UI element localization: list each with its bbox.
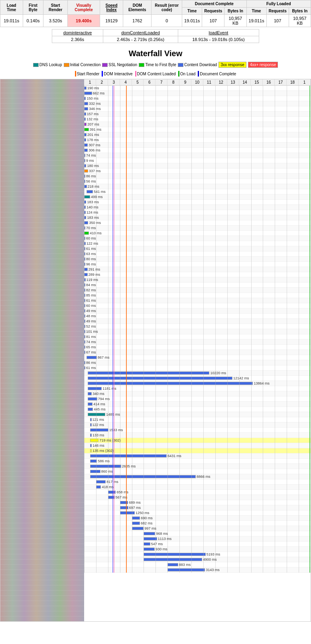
bar-ms-label: 157 ms: [87, 112, 99, 116]
table-row: 52 ms: [84, 324, 311, 329]
bar-ms-label: 13864 ms: [254, 381, 270, 385]
bar: [84, 232, 89, 235]
col-15: 15: [251, 79, 263, 85]
table-row: 337 ms: [84, 169, 311, 174]
table-row: 9 ms: [84, 158, 311, 163]
bar: [84, 325, 85, 328]
marker-dom-interactive: DOM Interactive: [102, 71, 132, 77]
table-row: 48 ms: [84, 314, 311, 319]
bar: [108, 496, 115, 499]
table-row: 10220 ms: [84, 371, 311, 376]
bar-ms-label: 4900 ms: [203, 558, 217, 562]
table-row: 682 ms: [84, 521, 311, 526]
table-row: 56 ms: [84, 179, 311, 184]
result-header: Result (error code): [152, 0, 182, 15]
fully-loaded-header: Fully Loaded: [246, 0, 311, 8]
table-row: 12142 ms: [84, 376, 311, 381]
bar-ms-label: 146 ms: [93, 444, 104, 448]
initial-conn-label: Initial Connection: [70, 63, 101, 67]
bar: [120, 501, 128, 504]
bar-ms-label: 5193 ms: [207, 552, 220, 556]
waterfall-chart: 1 2 3 4 5 6 7 8 9 10 11 12 13 14 15 16 1…: [0, 79, 311, 622]
bar-ms-label: 10220 ms: [210, 371, 226, 375]
bar-ms-label: 132 ms: [87, 117, 98, 121]
doc-complete-header: Document Complete: [182, 0, 246, 8]
bar-ms-label: 85 ms: [86, 293, 96, 297]
bar: [144, 553, 205, 556]
table-row: 968 ms: [84, 531, 311, 536]
bar: [90, 475, 196, 478]
stats-table: Load Time First Byte Start Render Visual…: [0, 0, 311, 27]
start-render-value: 3.520s: [43, 15, 68, 27]
bar-ms-label: 997 ms: [144, 526, 156, 530]
bar-ms-label: 183 ms: [87, 200, 99, 204]
doc-time-value: 19.011s: [182, 15, 202, 27]
start-render-header: Start Render: [43, 0, 68, 15]
table-row: 1485 ms: [84, 412, 311, 417]
table-row: 391 ms: [84, 127, 311, 132]
table-row: 414 ms: [84, 402, 311, 407]
bars-area: 190 ms662 ms150 ms332 ms346 ms157 ms132 …: [84, 86, 311, 573]
thumbnail-strip: [0, 79, 84, 621]
dom-elements-value: 1762: [123, 15, 152, 27]
bar: [90, 470, 100, 473]
table-row: 180 ms: [84, 163, 311, 169]
bar-ms-label: 350 ms: [89, 221, 101, 225]
bar: [87, 356, 97, 359]
bar: [90, 459, 97, 463]
table-row: 183 ms: [84, 215, 311, 220]
bar-ms-label: 1485 ms: [106, 412, 120, 416]
load-time-value: 19.011s: [0, 15, 23, 27]
bar: [84, 226, 85, 230]
bar: [144, 532, 155, 535]
doc-requests-value: 107: [202, 15, 224, 27]
table-row: 307 ms: [84, 143, 311, 148]
waterfall-bars-panel: 1 2 3 4 5 6 7 8 9 10 11 12 13 14 15 16 1…: [84, 79, 311, 621]
table-row: 883 ms: [84, 562, 311, 567]
legend-dns: DNS Lookup: [33, 63, 62, 67]
bar-ms-label: 80 ms: [86, 257, 96, 261]
bar-ms-label: 84 ms: [86, 283, 96, 287]
table-row: 86 ms: [84, 360, 311, 365]
table-row: 135 ms (302): [84, 448, 311, 454]
table-row: 60 ms: [84, 236, 311, 241]
markers-legend: Start Render DOM Interactive DOM Content…: [0, 69, 311, 79]
bar-ms-label: 119 ms: [87, 278, 98, 282]
table-row: 84 ms: [84, 283, 311, 288]
bar-ms-label: 586 ms: [98, 459, 110, 463]
bar: [84, 340, 85, 344]
bar: [90, 465, 121, 468]
doc-complete-label: Document Complete: [200, 72, 236, 76]
table-row: 13864 ms: [84, 381, 311, 386]
ttfb-color: [139, 63, 144, 67]
table-row: 332 ms: [84, 101, 311, 106]
fl-bytes-value: 10,957 KB: [289, 15, 311, 27]
bar: [84, 154, 85, 157]
col-1: 1: [84, 79, 96, 85]
bar: [132, 522, 140, 525]
bar-ms-label: 61 ms: [86, 366, 96, 370]
bar-ms-label: 60 ms: [86, 304, 96, 308]
col-18: 18: [287, 79, 299, 85]
col-17: 17: [275, 79, 287, 85]
doc-complete-marker: [198, 71, 199, 77]
doc-bytes-value: 10,957 KB: [224, 15, 246, 27]
bar: [90, 454, 167, 457]
table-row: 49 ms: [84, 319, 311, 324]
bar-ms-label: 658 ms: [116, 490, 128, 494]
bar-ms-label: 74 ms: [86, 153, 96, 157]
bar-ms-label: 74 ms: [86, 340, 96, 344]
table-row: 418 ms: [84, 485, 311, 490]
table-row: 96 ms: [84, 262, 311, 267]
table-row: 61 ms: [84, 298, 311, 303]
marker-doc-complete: Document Complete: [198, 71, 236, 77]
bar: [84, 283, 85, 287]
bar: [84, 366, 85, 369]
domcontentloaded-value: 2.463s - 2.719s (0.256s): [103, 36, 178, 43]
table-row: 70 ms: [84, 226, 311, 231]
bar: [84, 278, 86, 281]
bar-ms-label: 1533 ms: [109, 428, 123, 432]
bar: [84, 180, 85, 183]
bar: [88, 371, 210, 375]
bar-ms-label: 794 ms: [98, 397, 110, 401]
